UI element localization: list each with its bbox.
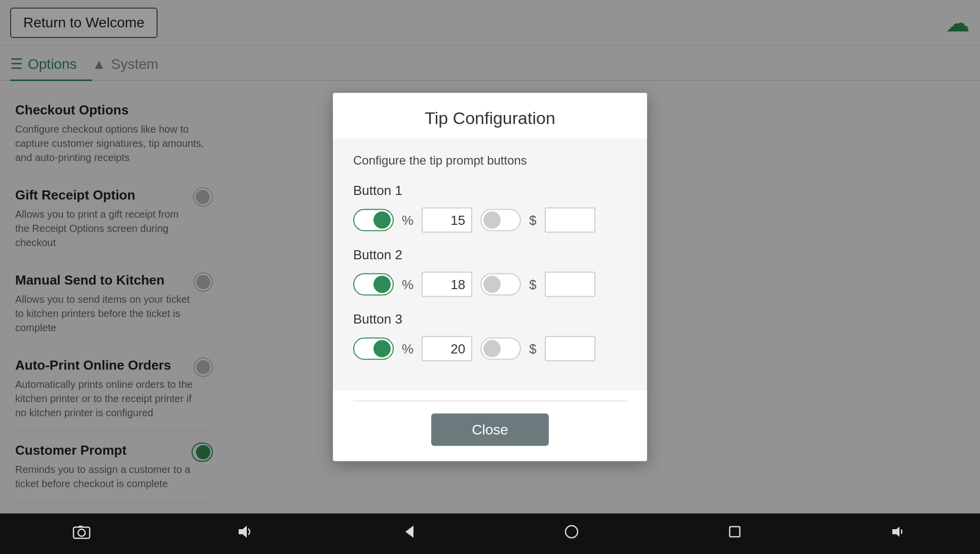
android-nav-bar bbox=[0, 513, 980, 554]
toggle-knob bbox=[483, 276, 501, 293]
tip-button-3-dollar-input[interactable] bbox=[545, 336, 595, 362]
tip-configuration-modal: Tip Configuration Configure the tip prom… bbox=[333, 93, 647, 461]
tip-button-2-section: Button 2 % $ bbox=[353, 247, 627, 297]
tip-button-1-dollar-toggle[interactable] bbox=[480, 209, 521, 231]
tip-button-1-percent-toggle[interactable] bbox=[353, 209, 394, 231]
tip-button-2-row: % $ bbox=[353, 272, 627, 297]
tip-button-2-percent-input[interactable] bbox=[422, 272, 472, 297]
toggle-knob bbox=[483, 212, 501, 229]
toggle-knob bbox=[483, 340, 501, 358]
dollar-symbol-2: $ bbox=[529, 276, 536, 292]
close-button[interactable]: Close bbox=[431, 414, 549, 446]
modal-subtitle: Configure the tip prompt buttons bbox=[353, 153, 627, 168]
tip-button-3-dollar-toggle[interactable] bbox=[480, 338, 521, 360]
svg-point-5 bbox=[566, 526, 578, 538]
svg-point-1 bbox=[78, 529, 85, 536]
tip-button-1-percent-input[interactable] bbox=[422, 208, 472, 233]
modal-body: Configure the tip prompt buttons Button … bbox=[333, 138, 647, 391]
svg-rect-2 bbox=[79, 526, 83, 528]
dollar-symbol-3: $ bbox=[529, 341, 536, 357]
home-icon[interactable] bbox=[562, 523, 581, 545]
tip-button-3-label: Button 3 bbox=[353, 311, 627, 327]
volume-icon[interactable] bbox=[236, 523, 254, 545]
percent-symbol-2: % bbox=[402, 276, 413, 292]
modal-footer: Close bbox=[333, 391, 647, 461]
tip-button-3-percent-toggle[interactable] bbox=[353, 338, 394, 360]
svg-marker-3 bbox=[239, 526, 247, 538]
recents-icon[interactable] bbox=[726, 523, 744, 545]
tip-button-2-percent-toggle[interactable] bbox=[353, 273, 394, 296]
modal-header: Tip Configuration bbox=[333, 93, 647, 138]
tip-button-1-section: Button 1 % $ bbox=[353, 183, 627, 233]
toggle-knob bbox=[373, 276, 391, 293]
tip-button-3-row: % $ bbox=[353, 336, 627, 362]
tip-button-2-label: Button 2 bbox=[353, 247, 627, 263]
tip-button-2-dollar-toggle[interactable] bbox=[480, 273, 521, 296]
tip-button-3-section: Button 3 % $ bbox=[353, 311, 627, 362]
percent-symbol-1: % bbox=[402, 212, 413, 228]
svg-rect-6 bbox=[730, 527, 740, 537]
svg-marker-7 bbox=[892, 527, 899, 537]
dollar-symbol-1: $ bbox=[529, 212, 536, 228]
toggle-knob bbox=[373, 212, 391, 229]
footer-divider bbox=[353, 401, 627, 402]
tip-button-2-dollar-input[interactable] bbox=[545, 272, 595, 297]
modal-title: Tip Configuration bbox=[353, 108, 627, 128]
tip-button-1-row: % $ bbox=[353, 208, 627, 233]
toggle-knob bbox=[373, 340, 391, 358]
tip-button-1-dollar-input[interactable] bbox=[545, 208, 595, 233]
volume-down-icon[interactable] bbox=[889, 523, 908, 545]
camera-icon[interactable] bbox=[72, 523, 91, 545]
tip-button-3-percent-input[interactable] bbox=[422, 336, 472, 362]
back-icon[interactable] bbox=[399, 523, 418, 545]
percent-symbol-3: % bbox=[402, 341, 413, 357]
svg-marker-4 bbox=[405, 526, 413, 538]
tip-button-1-label: Button 1 bbox=[353, 183, 627, 199]
